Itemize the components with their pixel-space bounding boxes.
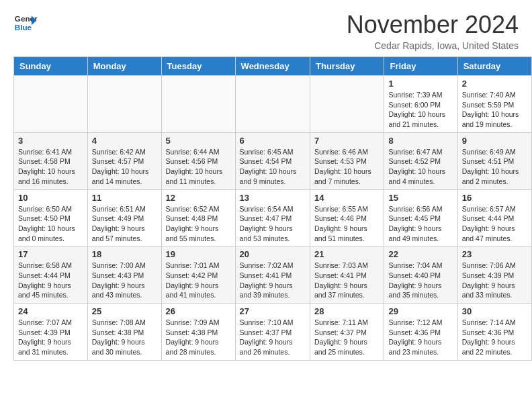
day-number: 9 [462,136,527,146]
day-number: 10 [18,193,83,203]
location: Cedar Rapids, Iowa, United States [347,40,519,51]
week-row-4: 24Sunrise: 7:07 AMSunset: 4:39 PMDayligh… [14,304,532,361]
day-number: 21 [314,249,380,259]
day-number: 5 [166,136,231,146]
day-info: Sunrise: 7:03 AMSunset: 4:41 PMDaylight:… [314,261,380,300]
day-number: 26 [166,306,231,316]
day-number: 4 [92,136,157,146]
week-row-3: 17Sunrise: 6:58 AMSunset: 4:44 PMDayligh… [14,246,532,304]
day-number: 19 [166,249,231,259]
day-info: Sunrise: 6:47 AMSunset: 4:52 PMDaylight:… [388,147,453,187]
day-cell: 24Sunrise: 7:07 AMSunset: 4:39 PMDayligh… [14,304,88,361]
day-info: Sunrise: 6:52 AMSunset: 4:48 PMDaylight:… [166,204,231,244]
day-info: Sunrise: 6:41 AMSunset: 4:58 PMDaylight:… [18,147,83,187]
svg-text:Blue: Blue [15,23,32,32]
day-cell: 21Sunrise: 7:03 AMSunset: 4:41 PMDayligh… [310,246,384,304]
day-cell: 19Sunrise: 7:01 AMSunset: 4:42 PMDayligh… [161,246,235,304]
week-row-2: 10Sunrise: 6:50 AMSunset: 4:50 PMDayligh… [14,189,532,246]
day-cell: 9Sunrise: 6:49 AMSunset: 4:51 PMDaylight… [457,132,531,189]
day-cell: 4Sunrise: 6:42 AMSunset: 4:57 PMDaylight… [87,132,161,189]
day-cell [235,76,310,133]
day-header-monday: Monday [87,57,161,76]
day-cell: 26Sunrise: 7:09 AMSunset: 4:38 PMDayligh… [161,304,235,361]
day-info: Sunrise: 6:58 AMSunset: 4:44 PMDaylight:… [18,261,83,300]
week-row-0: 1Sunrise: 7:39 AMSunset: 6:00 PMDaylight… [14,76,532,133]
day-number: 13 [240,193,306,203]
day-cell: 28Sunrise: 7:11 AMSunset: 4:37 PMDayligh… [310,304,384,361]
day-info: Sunrise: 6:54 AMSunset: 4:47 PMDaylight:… [240,204,306,244]
day-cell: 22Sunrise: 7:04 AMSunset: 4:40 PMDayligh… [384,246,457,304]
day-number: 16 [462,193,527,203]
day-info: Sunrise: 6:57 AMSunset: 4:44 PMDaylight:… [462,204,527,244]
day-number: 11 [92,193,157,203]
day-number: 24 [18,306,83,316]
day-number: 7 [314,136,380,146]
logo-icon: General Blue [13,11,38,35]
day-cell: 27Sunrise: 7:10 AMSunset: 4:37 PMDayligh… [235,304,310,361]
calendar-header: SundayMondayTuesdayWednesdayThursdayFrid… [14,57,532,76]
day-number: 12 [166,193,231,203]
day-cell: 8Sunrise: 6:47 AMSunset: 4:52 PMDaylight… [384,132,457,189]
day-header-friday: Friday [384,57,457,76]
day-info: Sunrise: 7:00 AMSunset: 4:43 PMDaylight:… [92,261,157,300]
day-cell [87,76,161,133]
day-info: Sunrise: 7:08 AMSunset: 4:38 PMDaylight:… [92,318,157,357]
day-info: Sunrise: 7:09 AMSunset: 4:38 PMDaylight:… [166,318,231,357]
day-cell: 29Sunrise: 7:12 AMSunset: 4:36 PMDayligh… [384,304,457,361]
day-cell [310,76,384,133]
day-number: 15 [388,193,453,203]
day-number: 3 [18,136,83,146]
day-info: Sunrise: 6:45 AMSunset: 4:54 PMDaylight:… [240,147,306,187]
day-info: Sunrise: 6:46 AMSunset: 4:53 PMDaylight:… [314,147,380,187]
day-number: 29 [388,306,453,316]
day-number: 23 [462,249,527,259]
day-info: Sunrise: 6:44 AMSunset: 4:56 PMDaylight:… [166,147,231,187]
day-number: 18 [92,249,157,259]
day-header-saturday: Saturday [457,57,531,76]
day-info: Sunrise: 7:02 AMSunset: 4:41 PMDaylight:… [240,261,306,300]
day-number: 6 [240,136,306,146]
day-cell: 2Sunrise: 7:40 AMSunset: 5:59 PMDaylight… [457,76,531,133]
day-cell: 30Sunrise: 7:14 AMSunset: 4:36 PMDayligh… [457,304,531,361]
day-info: Sunrise: 7:07 AMSunset: 4:39 PMDaylight:… [18,318,83,357]
calendar-wrap: SundayMondayTuesdayWednesdayThursdayFrid… [0,56,532,367]
day-info: Sunrise: 6:56 AMSunset: 4:45 PMDaylight:… [388,204,453,244]
day-cell: 14Sunrise: 6:55 AMSunset: 4:46 PMDayligh… [310,189,384,246]
day-cell: 5Sunrise: 6:44 AMSunset: 4:56 PMDaylight… [161,132,235,189]
day-cell: 13Sunrise: 6:54 AMSunset: 4:47 PMDayligh… [235,189,310,246]
day-number: 17 [18,249,83,259]
day-cell [161,76,235,133]
day-cell: 3Sunrise: 6:41 AMSunset: 4:58 PMDaylight… [14,132,88,189]
day-number: 27 [240,306,306,316]
day-cell [14,76,88,133]
day-cell: 11Sunrise: 6:51 AMSunset: 4:49 PMDayligh… [87,189,161,246]
title-area: November 2024 Cedar Rapids, Iowa, United… [347,11,519,51]
day-info: Sunrise: 6:42 AMSunset: 4:57 PMDaylight:… [92,147,157,187]
day-number: 25 [92,306,157,316]
day-cell: 18Sunrise: 7:00 AMSunset: 4:43 PMDayligh… [87,246,161,304]
day-number: 1 [388,79,453,89]
day-info: Sunrise: 7:04 AMSunset: 4:40 PMDaylight:… [388,261,453,300]
day-number: 2 [462,79,527,89]
day-info: Sunrise: 7:06 AMSunset: 4:39 PMDaylight:… [462,261,527,300]
day-info: Sunrise: 6:50 AMSunset: 4:50 PMDaylight:… [18,204,83,244]
day-number: 14 [314,193,380,203]
calendar-body: 1Sunrise: 7:39 AMSunset: 6:00 PMDaylight… [14,76,532,361]
day-cell: 20Sunrise: 7:02 AMSunset: 4:41 PMDayligh… [235,246,310,304]
day-cell: 16Sunrise: 6:57 AMSunset: 4:44 PMDayligh… [457,189,531,246]
page-header: General Blue November 2024 Cedar Rapids,… [0,0,532,56]
day-header-thursday: Thursday [310,57,384,76]
day-cell: 1Sunrise: 7:39 AMSunset: 6:00 PMDaylight… [384,76,457,133]
calendar-table: SundayMondayTuesdayWednesdayThursdayFrid… [13,56,532,361]
logo: General Blue [13,11,40,35]
day-info: Sunrise: 7:12 AMSunset: 4:36 PMDaylight:… [388,318,453,357]
day-cell: 7Sunrise: 6:46 AMSunset: 4:53 PMDaylight… [310,132,384,189]
day-info: Sunrise: 6:49 AMSunset: 4:51 PMDaylight:… [462,147,527,187]
month-title: November 2024 [347,11,519,39]
week-row-1: 3Sunrise: 6:41 AMSunset: 4:58 PMDaylight… [14,132,532,189]
day-cell: 15Sunrise: 6:56 AMSunset: 4:45 PMDayligh… [384,189,457,246]
day-info: Sunrise: 7:10 AMSunset: 4:37 PMDaylight:… [240,318,306,357]
day-info: Sunrise: 7:11 AMSunset: 4:37 PMDaylight:… [314,318,380,357]
day-number: 22 [388,249,453,259]
day-cell: 6Sunrise: 6:45 AMSunset: 4:54 PMDaylight… [235,132,310,189]
